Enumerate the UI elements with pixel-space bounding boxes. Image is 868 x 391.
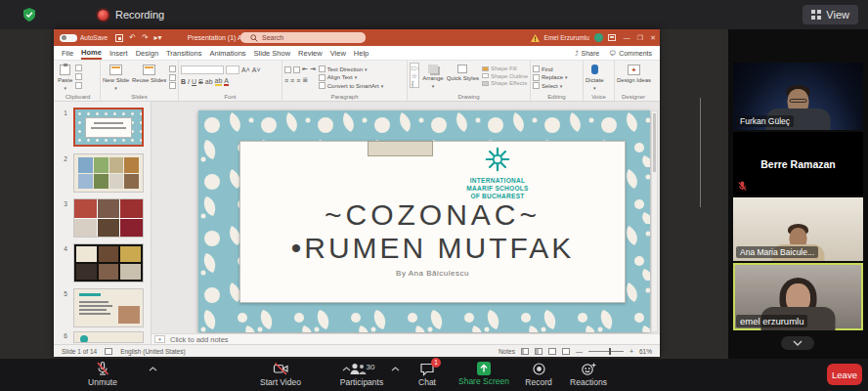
view-button[interactable]: View	[803, 5, 858, 24]
copy-icon[interactable]	[75, 73, 82, 80]
menu-help[interactable]: Help	[354, 47, 369, 59]
design-ideas-button[interactable]: ✦Design Ideas	[617, 63, 651, 91]
grow-font-icon[interactable]: A˄	[241, 66, 250, 73]
slide-sorter-view-icon[interactable]	[535, 348, 542, 355]
slide-thumbnail-5[interactable]	[73, 288, 144, 327]
font-size-box[interactable]	[226, 65, 239, 74]
save-icon[interactable]	[115, 34, 123, 42]
leave-button[interactable]: Leave	[827, 364, 862, 385]
shrink-font-icon[interactable]: A˅	[252, 66, 261, 73]
align-left-icon[interactable]: ≡	[284, 77, 288, 84]
menu-insert[interactable]: Insert	[109, 47, 128, 59]
account-user-name[interactable]: Emel Erzurumlu	[544, 34, 589, 41]
zoom-slider[interactable]	[588, 351, 624, 352]
font-color-icon[interactable]: A	[224, 77, 229, 86]
ribbon-display-options-icon[interactable]	[608, 34, 616, 41]
underline-icon[interactable]: U	[192, 78, 196, 85]
menu-view[interactable]: View	[330, 47, 346, 59]
video-tile-emel-active-speaker[interactable]: emel erzurumlu	[733, 263, 863, 330]
format-painter-icon[interactable]	[75, 82, 82, 89]
slide-thumbnail-6[interactable]	[73, 331, 144, 343]
numbering-icon[interactable]	[293, 66, 300, 73]
indent-decrease-icon[interactable]: ⇤	[302, 65, 308, 73]
menu-slideshow[interactable]: Slide Show	[254, 47, 291, 59]
shape-fill-button[interactable]: Shape Fill	[482, 65, 528, 71]
shape-outline-button[interactable]: Shape Outline	[482, 73, 528, 79]
text-shadow-icon[interactable]: ab	[205, 78, 213, 85]
start-slideshow-icon[interactable]: ▸▾	[154, 33, 162, 42]
highlight-color-icon[interactable]: ab	[215, 77, 223, 86]
arrange-button[interactable]: Arrange▾	[422, 63, 443, 91]
convert-smartart-button[interactable]: Convert to SmartArt▾	[319, 82, 384, 89]
shape-effects-button[interactable]: Shape Effects	[482, 80, 528, 86]
notes-toggle-button[interactable]: Notes	[499, 348, 515, 355]
minimize-icon[interactable]: —	[624, 34, 630, 42]
slide-thumbnail-2[interactable]	[73, 153, 144, 193]
menu-review[interactable]: Review	[298, 47, 323, 59]
select-button[interactable]: Select▾	[533, 82, 568, 89]
security-shield-icon[interactable]	[22, 7, 37, 22]
language-indicator[interactable]: English (United States)	[120, 348, 185, 355]
quick-styles-button[interactable]: Quick Styles	[447, 63, 479, 91]
normal-view-icon[interactable]	[521, 348, 529, 355]
notes-collapse-icon[interactable]: ▾	[154, 335, 165, 343]
indent-increase-icon[interactable]: ⇥	[310, 65, 316, 73]
current-slide[interactable]: INTERNATIONAL MAARIF SCHOOLS OF BUCHARES…	[198, 110, 650, 332]
reading-view-icon[interactable]	[548, 348, 556, 355]
font-name-box[interactable]	[181, 65, 224, 74]
text-direction-button[interactable]: Text Direction▾	[319, 65, 384, 72]
align-right-icon[interactable]: ≡	[296, 77, 300, 84]
slide-thumbnail-3[interactable]	[73, 198, 144, 238]
shapes-gallery[interactable]: □○△▽◇☆←→(){ }⌒∿	[410, 63, 419, 88]
restore-icon[interactable]: ❐	[637, 34, 643, 42]
comments-button[interactable]: 🗩Comments	[609, 50, 652, 57]
italic-icon[interactable]: I	[188, 78, 190, 85]
reuse-slides-button[interactable]: Reuse Slides	[132, 63, 166, 91]
account-avatar[interactable]	[594, 33, 603, 42]
layout-button[interactable]: Layout▾	[169, 65, 179, 72]
unmute-button[interactable]: Unmute	[73, 362, 132, 387]
paste-button[interactable]: Paste▾	[58, 63, 72, 91]
spellcheck-icon[interactable]	[105, 348, 112, 355]
menu-home[interactable]: Home	[81, 46, 102, 60]
justify-icon[interactable]: ≣	[302, 76, 308, 84]
start-video-button[interactable]: Start Video	[246, 362, 315, 387]
replace-button[interactable]: Replace▾	[533, 74, 568, 81]
search-box[interactable]: Search	[240, 32, 366, 43]
reactions-button[interactable]: Reactions	[561, 362, 616, 387]
redo-icon[interactable]: ↷	[142, 33, 149, 42]
new-slide-button[interactable]: New Slide▾	[103, 63, 129, 91]
strikethrough-icon[interactable]: S	[198, 78, 203, 85]
close-icon[interactable]: ✕	[650, 34, 656, 42]
find-button[interactable]: Find	[533, 65, 568, 72]
section-button[interactable]: Section▾	[169, 82, 179, 89]
zoom-out-icon[interactable]: —	[576, 348, 583, 355]
menu-design[interactable]: Design	[136, 47, 158, 59]
unmute-options-chevron[interactable]	[149, 367, 157, 371]
autosave-toggle[interactable]: AutoSave	[60, 34, 108, 42]
reset-button[interactable]: Reset	[169, 74, 179, 81]
collapse-videos-button[interactable]	[781, 336, 814, 350]
video-tile-furkan[interactable]: Furkan Güleç	[733, 63, 863, 130]
zoom-percentage[interactable]: 61%	[639, 348, 652, 355]
record-button[interactable]: Record	[514, 362, 563, 387]
slide-thumbnail-1[interactable]	[73, 108, 144, 147]
menu-file[interactable]: File	[62, 47, 73, 59]
menu-transitions[interactable]: Transitions	[166, 47, 201, 59]
align-center-icon[interactable]: ≡	[290, 77, 294, 84]
share-button[interactable]: ⤴Share	[575, 50, 599, 57]
video-tile-berre[interactable]: Berre Ramazan	[733, 132, 863, 196]
participants-button[interactable]: 30 Participants	[327, 362, 396, 387]
cut-icon[interactable]	[75, 65, 82, 71]
align-text-button[interactable]: Align Text▾	[319, 74, 384, 81]
undo-icon[interactable]: ↶	[129, 33, 136, 42]
menu-animations[interactable]: Animations	[209, 47, 245, 59]
notes-placeholder[interactable]: Click to add notes	[170, 335, 229, 344]
share-screen-button[interactable]: Share Screen	[454, 362, 514, 386]
bold-icon[interactable]: B	[181, 78, 186, 85]
slide-thumbnail-4[interactable]	[73, 243, 144, 282]
video-tile-ana[interactable]: Ana Maria Baicule...	[733, 197, 863, 261]
dictate-button[interactable]: Dictate▾	[586, 63, 604, 91]
slide-scrollbar[interactable]	[651, 110, 658, 332]
slideshow-view-icon[interactable]	[562, 348, 570, 355]
